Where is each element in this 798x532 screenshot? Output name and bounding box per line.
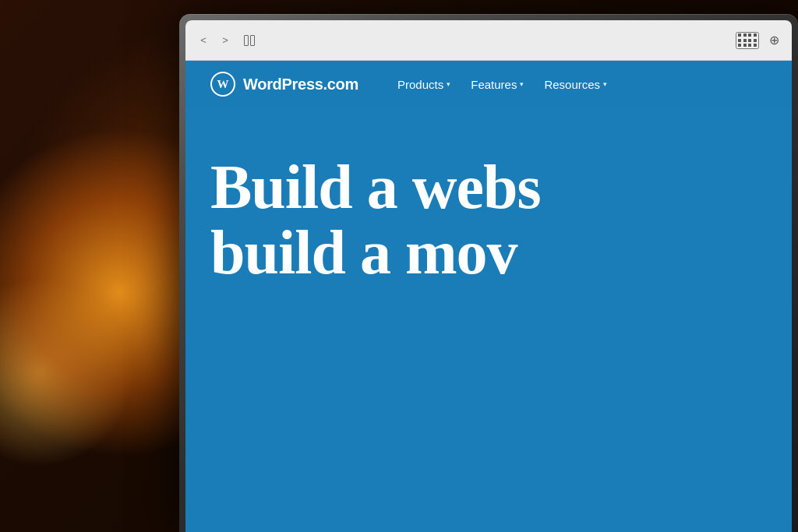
- back-icon: <: [200, 34, 207, 46]
- grid-view-button[interactable]: [736, 32, 759, 49]
- wordpress-logo: W: [210, 72, 235, 97]
- plus-icon: ⊕: [769, 33, 779, 48]
- products-chevron-icon: ▾: [447, 80, 450, 88]
- tab-view-button[interactable]: [238, 32, 260, 49]
- website-content: W WordPress.com Products ▾ Features ▾ Re…: [185, 61, 792, 532]
- nav-item-resources[interactable]: Resources ▾: [536, 73, 615, 96]
- tab-view-icon: [244, 35, 255, 46]
- browser-actions: ⊕: [736, 32, 782, 49]
- laptop-shell: < >: [179, 14, 798, 532]
- hero-section: Build a webs build a mov: [185, 107, 792, 285]
- nav-item-resources-label: Resources: [544, 78, 600, 91]
- nav-item-products[interactable]: Products ▾: [390, 73, 458, 96]
- resources-chevron-icon: ▾: [603, 80, 607, 88]
- hero-line-1: Build a webs: [210, 153, 541, 221]
- new-tab-button[interactable]: ⊕: [765, 32, 782, 49]
- forward-icon: >: [222, 34, 228, 46]
- features-chevron-icon: ▾: [520, 80, 524, 88]
- hero-line-2: build a mov: [210, 218, 517, 287]
- screen-bezel: < >: [185, 20, 792, 532]
- nav-item-products-label: Products: [397, 78, 443, 91]
- forward-button[interactable]: >: [217, 32, 234, 49]
- logo-area: W WordPress.com: [210, 72, 358, 97]
- site-nav: W WordPress.com Products ▾ Features ▾ Re…: [185, 61, 792, 107]
- site-name: WordPress.com: [243, 76, 358, 93]
- hero-title: Build a webs build a mov: [210, 154, 767, 285]
- browser-chrome: < >: [185, 20, 792, 61]
- browser-controls: < >: [195, 32, 260, 49]
- wp-logo-letter: W: [217, 78, 229, 91]
- nav-items: Products ▾ Features ▾ Resources ▾: [390, 73, 615, 96]
- nav-item-features[interactable]: Features ▾: [463, 73, 531, 96]
- nav-item-features-label: Features: [471, 78, 517, 91]
- back-button[interactable]: <: [195, 32, 212, 49]
- grid-icon: [738, 33, 757, 47]
